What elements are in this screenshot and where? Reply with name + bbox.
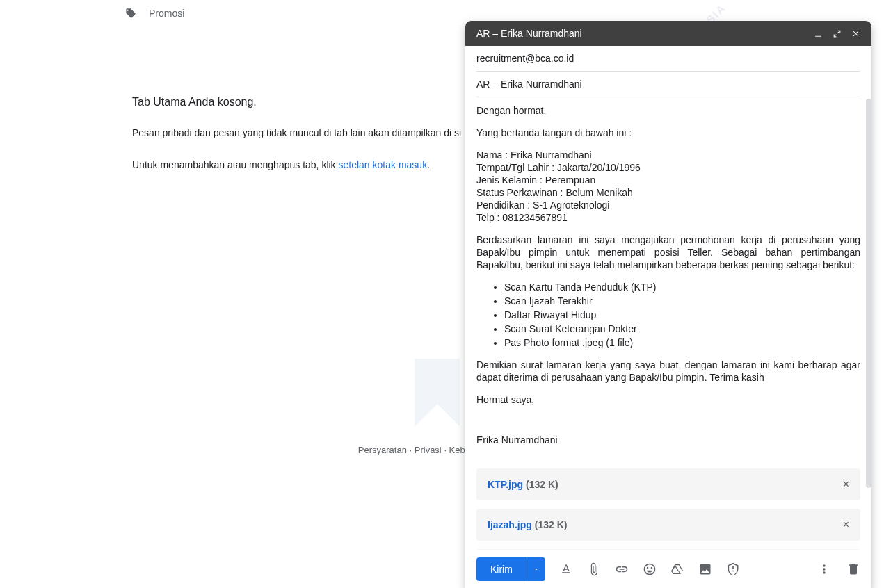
compose-window: AR – Erika Nurramdhani recruitment@bca.c…	[465, 21, 871, 588]
format-text-icon[interactable]	[559, 562, 573, 576]
send-options-button[interactable]	[527, 557, 545, 581]
remove-attachment-icon[interactable]: ×	[843, 518, 849, 531]
inbox-settings-link[interactable]: setelan kotak masuk	[339, 159, 428, 170]
delete-draft-icon[interactable]	[846, 562, 860, 576]
attachments-list: KTP.jpg (132 K) × Ijazah.jpg (132 K) × D…	[476, 463, 860, 550]
emoji-icon[interactable]	[643, 562, 657, 576]
subject-field[interactable]: AR – Erika Nurramdhani	[476, 72, 860, 97]
compose-header[interactable]: AR – Erika Nurramdhani	[465, 21, 871, 46]
insert-link-icon[interactable]	[615, 562, 629, 576]
compose-toolbar: Kirim	[465, 550, 871, 588]
chevron-down-icon	[533, 566, 540, 573]
tab-promosi[interactable]: Promosi	[125, 8, 184, 19]
tag-icon	[125, 8, 136, 19]
attach-file-icon[interactable]	[587, 562, 601, 576]
attachment-item[interactable]: Ijazah.jpg (132 K) ×	[476, 509, 860, 541]
message-body[interactable]: Dengan hormat, Yang bertanda tangan di b…	[476, 97, 860, 463]
tab-label: Promosi	[149, 8, 184, 19]
close-icon[interactable]	[851, 29, 860, 38]
more-options-icon[interactable]	[817, 562, 831, 576]
remove-attachment-icon[interactable]: ×	[843, 478, 849, 491]
privacy-link[interactable]: Privasi	[415, 445, 442, 455]
drive-icon[interactable]	[670, 562, 684, 576]
scrollbar[interactable]	[866, 99, 871, 502]
insert-image-icon[interactable]	[698, 562, 712, 576]
minimize-icon[interactable]	[814, 29, 823, 38]
to-field[interactable]: recruitment@bca.co.id	[476, 46, 860, 72]
attachment-item[interactable]: Daftar Riwayat Hidup.docx (55 K) ×	[476, 549, 860, 550]
expand-icon[interactable]	[833, 29, 842, 38]
terms-link[interactable]: Persyaratan	[358, 445, 407, 455]
confidential-mode-icon[interactable]	[726, 562, 740, 576]
send-button[interactable]: Kirim	[476, 557, 527, 581]
compose-title: AR – Erika Nurramdhani	[476, 28, 804, 39]
attachment-item[interactable]: KTP.jpg (132 K) ×	[476, 468, 860, 500]
compose-body: recruitment@bca.co.id AR – Erika Nurramd…	[465, 46, 871, 550]
